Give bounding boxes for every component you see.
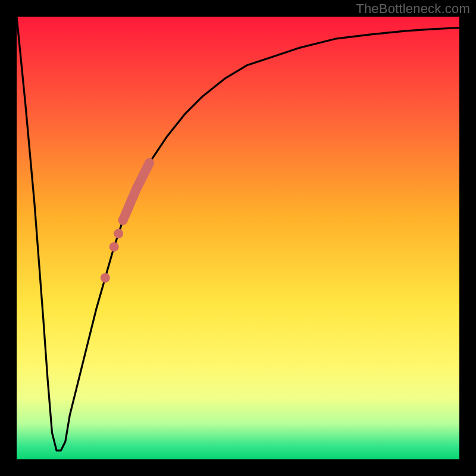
curve-layer bbox=[17, 17, 459, 459]
range-highlight-dot bbox=[101, 273, 110, 283]
chart-frame: TheBottleneck.com bbox=[0, 0, 476, 476]
range-highlight-dot bbox=[109, 242, 119, 252]
bottleneck-curve bbox=[17, 17, 459, 450]
watermark-text: TheBottleneck.com bbox=[356, 1, 470, 17]
range-highlight-dot bbox=[114, 229, 123, 239]
range-highlight-segment bbox=[123, 163, 150, 221]
plot-area bbox=[17, 17, 459, 459]
